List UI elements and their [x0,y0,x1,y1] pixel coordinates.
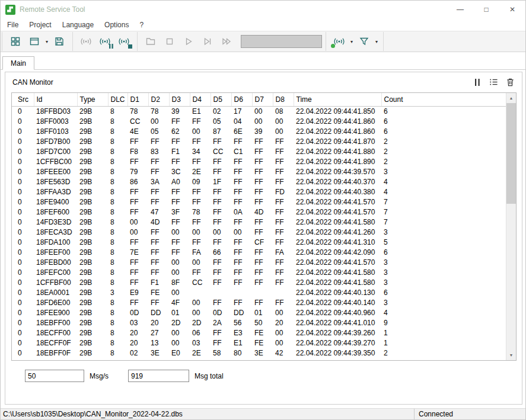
close-button[interactable]: ✕ [499,1,525,18]
column-header[interactable]: Count [381,93,506,106]
window-layout-dropdown-arrow[interactable]: ▾ [44,33,50,50]
table-row[interactable]: 018FFAA3D29B8FFFFFFFFFFFFFFFD22.04.2022 … [12,187,506,197]
column-header[interactable]: Time [294,93,381,106]
column-header[interactable]: D5 [211,93,231,106]
tab-main[interactable]: Main [2,56,34,70]
table-cell: 3 [381,268,506,278]
table-row[interactable]: 018FEEF0029B87EFFFFFA66FFFFFA22.04.2022 … [12,248,506,258]
table-row[interactable]: 01CFFBF0029B8FFF18FCCFFFFFFFF22.04.2022 … [12,278,506,288]
table-cell: 00 [169,338,190,348]
table-row[interactable]: 018FF000329B8CC00FFFF0504000022.04.2022 … [12,117,506,127]
table-cell: FA [273,248,294,258]
table-cell: 3 [381,258,506,268]
column-header[interactable]: D4 [190,93,211,106]
table-cell: FF [211,167,231,177]
table-cell: C1 [231,147,252,157]
maximize-button[interactable]: □ [473,1,499,18]
table-cell: FF [127,137,148,147]
minimize-button[interactable]: — [447,1,473,18]
table-cell: 8 [108,167,127,177]
scroll-down-button[interactable]: ▼ [506,350,516,360]
tab-main-label: Main [11,59,26,68]
table-cell: 8 [108,298,127,308]
table-row[interactable]: 018FDA10029B8FFFFFFFFFFFFCFFF22.04.2022 … [12,238,506,248]
table-row[interactable]: 018EBFF0029B803202D2D2A56502022.04.2022 … [12,318,506,328]
table-cell: 01 [252,308,273,318]
titlebar: Remote Service Tool — □ ✕ [1,1,525,18]
column-header[interactable]: D1 [127,93,148,106]
table-cell: 8 [108,157,127,167]
menu-language[interactable]: Language [57,20,99,30]
table-cell: 0 [12,288,34,298]
msg-total-field[interactable] [128,370,189,382]
table-row[interactable]: 018FE563D29B8863AA0091FFFFFFF22.04.2022 … [12,177,506,187]
table-row[interactable]: 018FD7C0029B8F883F134CCC1FFFF22.04.2022 … [12,147,506,157]
table-cell: 18FE9400 [34,197,77,207]
table-row[interactable]: 018FEFC0029B8FFFF00FFFFFFFFFF22.04.2022 … [12,268,506,278]
filter-button[interactable] [355,33,374,50]
column-header[interactable]: D3 [169,93,190,106]
clear-list-button[interactable] [505,76,516,88]
column-header[interactable]: D8 [273,93,294,106]
table-row[interactable]: 018EA000129B3E9FE0022.04.2022 09:44:40.1… [12,288,506,298]
table-row[interactable]: 01CFFBC0029B8FFFFFFFFFFFFFFFF22.04.2022 … [12,157,506,167]
table-row[interactable]: 018FEEE0029B879FF3C2EFFFFFFFF22.04.2022 … [12,167,506,177]
table-cell: 78 [190,207,211,217]
table-cell [273,288,294,298]
stop-button[interactable] [160,33,179,50]
scroll-up-button[interactable]: ▲ [506,93,516,103]
scrollbar-thumb[interactable] [506,103,516,204]
table-row[interactable]: 018ECFF0F29B820130003FFE1FE0022.04.2022 … [12,338,506,348]
column-header[interactable]: Type [77,93,108,106]
signal-pause-button[interactable] [95,33,114,50]
save-button[interactable] [50,33,69,50]
playback-file-field[interactable] [241,35,322,48]
pause-monitor-button[interactable] [471,76,483,88]
table-cell: 2 [381,348,506,358]
table-cell: FF [211,268,231,278]
connection-dropdown-arrow[interactable]: ▾ [349,33,355,50]
folder-open-button[interactable] [141,33,160,50]
statusbar-connection-status: Connected [415,410,453,418]
table-cell: 3 [381,227,506,238]
table-row[interactable]: 018FFBD0329B8787839E10217000822.04.2022 … [12,106,506,117]
step-forward-button[interactable] [198,33,217,50]
vertical-scrollbar[interactable]: ▲ ▼ [506,93,516,360]
table-row[interactable]: 018FECA3D29B800FF00000000FFFF22.04.2022 … [12,227,506,238]
table-row[interactable]: 018ECFF0029B820270006FFE3FE0022.04.2022 … [12,328,506,338]
project-grid-button[interactable] [6,33,25,50]
list-view-button[interactable] [488,76,499,88]
table-row[interactable]: 018FEF60029B8FF473F78FF0A4DFF22.04.2022 … [12,207,506,217]
msg-rate-field[interactable] [25,370,84,382]
column-header[interactable]: D2 [148,93,169,106]
filter-dropdown-arrow[interactable]: ▾ [374,33,380,50]
table-row[interactable]: 018FD7B0029B8FFFFFFFFFFFFFFFF22.04.2022 … [12,137,506,147]
column-header[interactable]: Src [12,93,34,106]
table-cell: 0 [12,248,34,258]
window-layout-button[interactable] [25,33,44,50]
table-row[interactable]: 018EBFF0F29B8023EE02E58803E4222.04.2022 … [12,348,506,358]
table-row[interactable]: 018FF010329B84E056200876E390022.04.2022 … [12,127,506,137]
connection-online-button[interactable] [330,33,349,50]
column-header[interactable]: DLC [108,93,127,106]
table-row[interactable]: 018FE940029B8FFFFFFFFFFFFFFFF22.04.2022 … [12,197,506,207]
msg-rate-label: Msg/s [90,372,109,380]
menu-file[interactable]: File [2,20,24,30]
table-row[interactable]: 018FEE90029B80DDD01000DDD010022.04.2022 … [12,308,506,318]
menu-help[interactable]: ? [134,20,149,30]
table-row[interactable]: 018FEBD0029B8FFFF0000FFFFFFFF22.04.2022 … [12,258,506,268]
column-header[interactable]: D6 [231,93,252,106]
column-header[interactable]: D7 [252,93,273,106]
table-row[interactable]: 014FD3E3D29B8004DFFFFFFFFFFFF22.04.2022 … [12,217,506,227]
table-cell: 2 [381,147,506,157]
fast-forward-button[interactable] [217,33,236,50]
table-cell: 29B [77,117,108,127]
table-row[interactable]: 018FD6E0029B8FFFF4F00FFFFFFFF22.04.2022 … [12,298,506,308]
menu-project[interactable]: Project [24,20,56,30]
signal-connect-button[interactable] [76,33,95,50]
menu-options[interactable]: Options [99,20,134,30]
play-button[interactable] [179,33,198,50]
column-header[interactable]: Id [34,93,77,106]
signal-stop-button[interactable] [114,33,133,50]
table-cell: 0 [12,268,34,278]
